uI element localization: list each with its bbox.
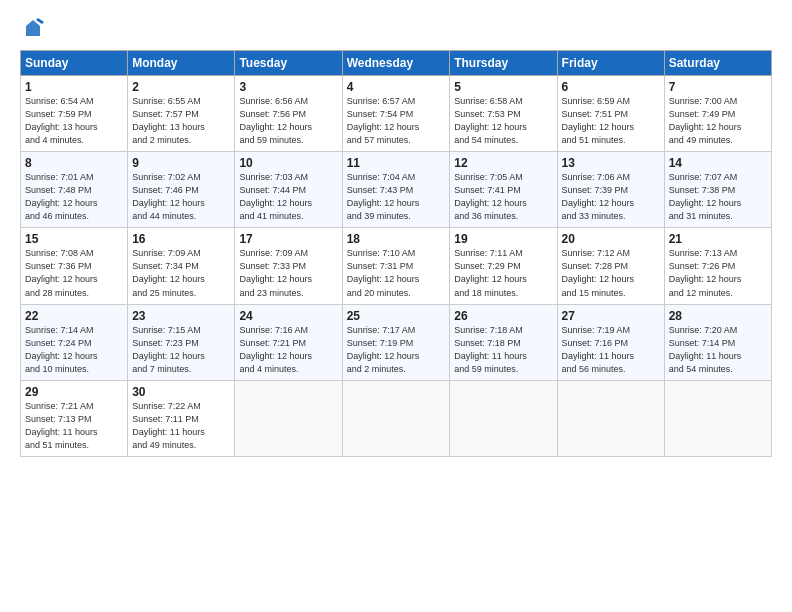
- day-number: 12: [454, 156, 552, 170]
- day-number: 5: [454, 80, 552, 94]
- page: SundayMondayTuesdayWednesdayThursdayFrid…: [0, 0, 792, 612]
- header: [20, 18, 772, 40]
- empty-cell: [450, 380, 557, 456]
- calendar-week-2: 8Sunrise: 7:01 AMSunset: 7:48 PMDaylight…: [21, 152, 772, 228]
- logo: [20, 18, 44, 40]
- day-info: Sunrise: 7:14 AMSunset: 7:24 PMDaylight:…: [25, 324, 123, 376]
- day-number: 19: [454, 232, 552, 246]
- day-number: 10: [239, 156, 337, 170]
- day-number: 28: [669, 309, 767, 323]
- day-number: 16: [132, 232, 230, 246]
- day-info: Sunrise: 7:21 AMSunset: 7:13 PMDaylight:…: [25, 400, 123, 452]
- day-info: Sunrise: 6:55 AMSunset: 7:57 PMDaylight:…: [132, 95, 230, 147]
- day-number: 9: [132, 156, 230, 170]
- calendar-week-1: 1Sunrise: 6:54 AMSunset: 7:59 PMDaylight…: [21, 76, 772, 152]
- day-number: 1: [25, 80, 123, 94]
- calendar-week-3: 15Sunrise: 7:08 AMSunset: 7:36 PMDayligh…: [21, 228, 772, 304]
- day-info: Sunrise: 7:04 AMSunset: 7:43 PMDaylight:…: [347, 171, 446, 223]
- day-cell-27: 27Sunrise: 7:19 AMSunset: 7:16 PMDayligh…: [557, 304, 664, 380]
- day-cell-14: 14Sunrise: 7:07 AMSunset: 7:38 PMDayligh…: [664, 152, 771, 228]
- day-info: Sunrise: 7:20 AMSunset: 7:14 PMDaylight:…: [669, 324, 767, 376]
- day-cell-25: 25Sunrise: 7:17 AMSunset: 7:19 PMDayligh…: [342, 304, 450, 380]
- col-header-saturday: Saturday: [664, 51, 771, 76]
- day-number: 24: [239, 309, 337, 323]
- calendar-week-4: 22Sunrise: 7:14 AMSunset: 7:24 PMDayligh…: [21, 304, 772, 380]
- day-number: 14: [669, 156, 767, 170]
- day-cell-10: 10Sunrise: 7:03 AMSunset: 7:44 PMDayligh…: [235, 152, 342, 228]
- logo-text: [20, 18, 44, 40]
- day-info: Sunrise: 7:01 AMSunset: 7:48 PMDaylight:…: [25, 171, 123, 223]
- col-header-friday: Friday: [557, 51, 664, 76]
- day-info: Sunrise: 7:18 AMSunset: 7:18 PMDaylight:…: [454, 324, 552, 376]
- day-number: 8: [25, 156, 123, 170]
- day-cell-5: 5Sunrise: 6:58 AMSunset: 7:53 PMDaylight…: [450, 76, 557, 152]
- day-cell-1: 1Sunrise: 6:54 AMSunset: 7:59 PMDaylight…: [21, 76, 128, 152]
- calendar-week-5: 29Sunrise: 7:21 AMSunset: 7:13 PMDayligh…: [21, 380, 772, 456]
- col-header-tuesday: Tuesday: [235, 51, 342, 76]
- day-number: 15: [25, 232, 123, 246]
- day-cell-12: 12Sunrise: 7:05 AMSunset: 7:41 PMDayligh…: [450, 152, 557, 228]
- day-info: Sunrise: 7:08 AMSunset: 7:36 PMDaylight:…: [25, 247, 123, 299]
- day-info: Sunrise: 6:58 AMSunset: 7:53 PMDaylight:…: [454, 95, 552, 147]
- day-info: Sunrise: 6:56 AMSunset: 7:56 PMDaylight:…: [239, 95, 337, 147]
- col-header-thursday: Thursday: [450, 51, 557, 76]
- day-cell-22: 22Sunrise: 7:14 AMSunset: 7:24 PMDayligh…: [21, 304, 128, 380]
- day-cell-15: 15Sunrise: 7:08 AMSunset: 7:36 PMDayligh…: [21, 228, 128, 304]
- day-info: Sunrise: 7:03 AMSunset: 7:44 PMDaylight:…: [239, 171, 337, 223]
- day-info: Sunrise: 7:22 AMSunset: 7:11 PMDaylight:…: [132, 400, 230, 452]
- col-header-monday: Monday: [128, 51, 235, 76]
- day-cell-9: 9Sunrise: 7:02 AMSunset: 7:46 PMDaylight…: [128, 152, 235, 228]
- day-info: Sunrise: 7:15 AMSunset: 7:23 PMDaylight:…: [132, 324, 230, 376]
- empty-cell: [664, 380, 771, 456]
- col-header-sunday: Sunday: [21, 51, 128, 76]
- day-number: 3: [239, 80, 337, 94]
- day-cell-11: 11Sunrise: 7:04 AMSunset: 7:43 PMDayligh…: [342, 152, 450, 228]
- col-header-wednesday: Wednesday: [342, 51, 450, 76]
- day-info: Sunrise: 7:17 AMSunset: 7:19 PMDaylight:…: [347, 324, 446, 376]
- calendar-table: SundayMondayTuesdayWednesdayThursdayFrid…: [20, 50, 772, 457]
- day-number: 7: [669, 80, 767, 94]
- day-info: Sunrise: 6:59 AMSunset: 7:51 PMDaylight:…: [562, 95, 660, 147]
- day-cell-30: 30Sunrise: 7:22 AMSunset: 7:11 PMDayligh…: [128, 380, 235, 456]
- day-cell-17: 17Sunrise: 7:09 AMSunset: 7:33 PMDayligh…: [235, 228, 342, 304]
- day-number: 18: [347, 232, 446, 246]
- day-info: Sunrise: 7:16 AMSunset: 7:21 PMDaylight:…: [239, 324, 337, 376]
- day-cell-24: 24Sunrise: 7:16 AMSunset: 7:21 PMDayligh…: [235, 304, 342, 380]
- day-number: 27: [562, 309, 660, 323]
- day-cell-20: 20Sunrise: 7:12 AMSunset: 7:28 PMDayligh…: [557, 228, 664, 304]
- day-info: Sunrise: 7:07 AMSunset: 7:38 PMDaylight:…: [669, 171, 767, 223]
- empty-cell: [342, 380, 450, 456]
- day-cell-3: 3Sunrise: 6:56 AMSunset: 7:56 PMDaylight…: [235, 76, 342, 152]
- day-number: 22: [25, 309, 123, 323]
- day-info: Sunrise: 7:12 AMSunset: 7:28 PMDaylight:…: [562, 247, 660, 299]
- day-number: 4: [347, 80, 446, 94]
- day-cell-6: 6Sunrise: 6:59 AMSunset: 7:51 PMDaylight…: [557, 76, 664, 152]
- day-number: 20: [562, 232, 660, 246]
- day-number: 23: [132, 309, 230, 323]
- day-info: Sunrise: 7:09 AMSunset: 7:33 PMDaylight:…: [239, 247, 337, 299]
- day-info: Sunrise: 7:05 AMSunset: 7:41 PMDaylight:…: [454, 171, 552, 223]
- day-cell-4: 4Sunrise: 6:57 AMSunset: 7:54 PMDaylight…: [342, 76, 450, 152]
- day-number: 21: [669, 232, 767, 246]
- day-cell-16: 16Sunrise: 7:09 AMSunset: 7:34 PMDayligh…: [128, 228, 235, 304]
- day-number: 11: [347, 156, 446, 170]
- day-info: Sunrise: 7:19 AMSunset: 7:16 PMDaylight:…: [562, 324, 660, 376]
- day-cell-8: 8Sunrise: 7:01 AMSunset: 7:48 PMDaylight…: [21, 152, 128, 228]
- day-info: Sunrise: 6:57 AMSunset: 7:54 PMDaylight:…: [347, 95, 446, 147]
- day-info: Sunrise: 7:09 AMSunset: 7:34 PMDaylight:…: [132, 247, 230, 299]
- empty-cell: [235, 380, 342, 456]
- day-cell-28: 28Sunrise: 7:20 AMSunset: 7:14 PMDayligh…: [664, 304, 771, 380]
- day-info: Sunrise: 7:02 AMSunset: 7:46 PMDaylight:…: [132, 171, 230, 223]
- day-number: 17: [239, 232, 337, 246]
- day-number: 2: [132, 80, 230, 94]
- day-cell-2: 2Sunrise: 6:55 AMSunset: 7:57 PMDaylight…: [128, 76, 235, 152]
- day-number: 26: [454, 309, 552, 323]
- logo-icon: [22, 18, 44, 40]
- calendar-header-row: SundayMondayTuesdayWednesdayThursdayFrid…: [21, 51, 772, 76]
- day-number: 6: [562, 80, 660, 94]
- day-info: Sunrise: 7:10 AMSunset: 7:31 PMDaylight:…: [347, 247, 446, 299]
- day-number: 25: [347, 309, 446, 323]
- day-info: Sunrise: 7:13 AMSunset: 7:26 PMDaylight:…: [669, 247, 767, 299]
- day-info: Sunrise: 6:54 AMSunset: 7:59 PMDaylight:…: [25, 95, 123, 147]
- day-cell-18: 18Sunrise: 7:10 AMSunset: 7:31 PMDayligh…: [342, 228, 450, 304]
